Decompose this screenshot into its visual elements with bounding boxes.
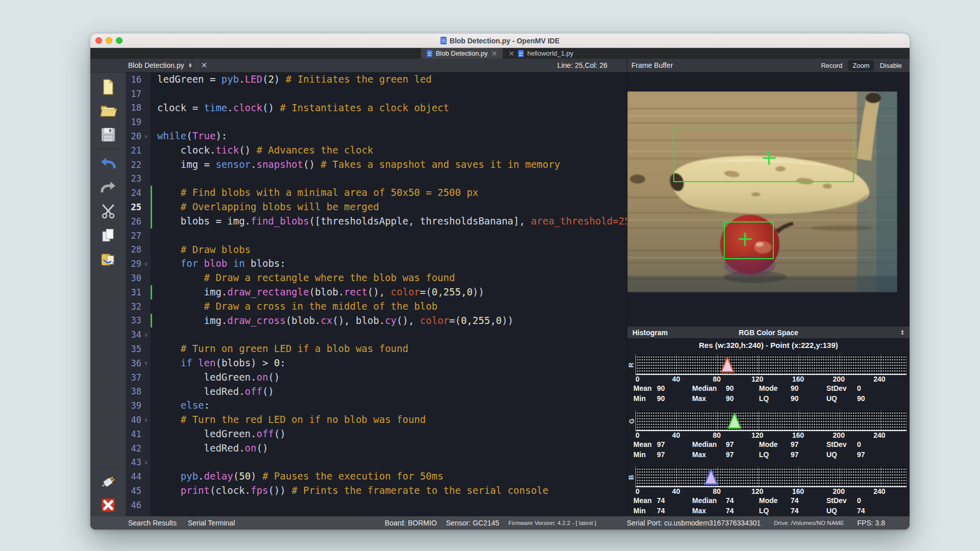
code-line-46: 46 [126,498,627,512]
channel-label-G: G [627,411,635,431]
title-bar: Blob Detection.py - OpenMV IDE [90,34,910,48]
chevron-up-down-icon: ▲▼ [188,63,192,68]
red-x-icon [100,496,117,514]
stats-row-2-G: Min97Max97LQ97UQ97 [627,449,910,460]
code-text[interactable]: img = sensor.snapshot() # Takes a snapsh… [152,158,560,172]
fold-arrow-icon[interactable]: ∨ [141,417,151,423]
code-line-22: 22 img = sensor.snapshot() # Takes a sna… [126,158,627,172]
cut-button[interactable] [90,199,126,223]
python-file-icon [518,50,524,57]
code-text[interactable]: # Draw blobs [152,243,251,257]
code-text[interactable]: img.draw_rectangle(blob.rect(), color=(0… [152,285,484,299]
code-editor[interactable]: 16ledGreen = pyb.LED(2) # Initiates the … [126,72,627,516]
code-text[interactable]: # Turn on green LED if a blob was found [152,342,408,356]
redo-button[interactable] [90,175,126,199]
code-text[interactable]: else: [152,398,210,413]
fold-arrow-icon[interactable]: ∨ [141,332,151,338]
cursor-position-indicator: Line: 25,Col: 26 [557,61,607,69]
tab-close-icon[interactable]: ✕ [492,50,498,57]
code-text[interactable]: ledRed.on() [152,441,268,456]
code-text[interactable]: # Find blobs with a minimal area of 50x5… [152,186,478,200]
doc-selector-label: Blob Detection.py [128,61,184,69]
code-text[interactable]: pyb.delay(50) # Pauses the execution for… [152,469,444,484]
code-text[interactable]: print(clock.fps()) # Prints the framerat… [152,484,548,498]
open-file-button[interactable] [90,98,126,122]
redo-arrow-icon [99,179,117,195]
serial-port-indicator: Serial Port: cu.usbmodem3167376334301 [627,519,761,527]
code-text[interactable]: ledRed.off() [152,385,274,399]
line-number: 32 [126,302,141,312]
line-number: 16 [126,74,141,85]
peak-marker-R [720,356,734,375]
line-number: 42 [126,443,141,454]
frame-buffer-header: Frame Buffer Record Zoom Disable [627,59,910,72]
code-text[interactable]: ledGreen.on() [152,370,280,385]
tab-blob-detection-py[interactable]: Blob Detection.py✕ [421,48,503,59]
code-line-34: 34∨ [126,328,627,342]
main-area: 16ledGreen = pyb.LED(2) # Initiates the … [90,72,910,516]
copy-button[interactable] [90,223,126,247]
code-text[interactable]: while(True): [152,129,227,143]
close-window-button[interactable] [95,37,102,44]
minimize-window-button[interactable] [106,37,112,44]
code-text[interactable]: img.draw_cross(blob.cx(), blob.cy(), col… [152,314,513,328]
camera-image[interactable] [627,91,897,292]
line-number: 33 [126,315,141,325]
line-marker [151,87,152,101]
record-button[interactable]: Record [817,60,846,71]
tab-close-icon[interactable]: ✕ [508,50,514,57]
axis-ticks-G: 04080120160200240 [635,431,906,439]
code-text[interactable]: # Turn the red LED on if no blob was fou… [152,413,426,427]
frame-buffer-viewport[interactable] [627,72,910,327]
fold-arrow-icon[interactable]: ∨ [141,261,151,267]
tab-helloworld-1-py[interactable]: ✕helloworld_1.py [503,48,579,59]
fold-arrow-icon[interactable]: ∨ [141,360,151,366]
code-text[interactable]: blobs = img.find_blobs([thresholdsApple,… [152,214,627,229]
open-document-selector[interactable]: Blob Detection.py ▲▼ ✕ [128,59,207,72]
code-line-45: 45 print(clock.fps()) # Prints the frame… [126,484,627,498]
tab-label: Blob Detection.py [436,49,488,57]
undo-button[interactable] [90,151,126,175]
stop-button[interactable] [90,494,126,516]
disable-button[interactable]: Disable [876,60,906,71]
channel-label-R: R [627,355,635,375]
peak-marker-B [704,468,718,487]
copy-pages-icon [100,227,117,244]
code-text[interactable]: for blob in blobs: [152,257,286,271]
line-number: 41 [126,429,141,439]
open-folder-icon [99,102,117,119]
connect-button[interactable] [90,470,126,494]
zoom-button[interactable]: Zoom [848,60,873,71]
paste-button[interactable] [90,247,126,271]
code-text[interactable]: # Draw a rectangle where the blob was fo… [152,271,455,285]
code-text[interactable]: clock = time.clock() # Instantiates a cl… [152,101,449,115]
search-results-button[interactable]: Search Results [128,519,177,527]
fold-arrow-icon[interactable]: ∨ [141,133,151,140]
fold-arrow-icon[interactable]: ∨ [141,459,151,466]
code-text[interactable]: if len(blobs) > 0: [152,356,286,370]
serial-terminal-button[interactable]: Serial Terminal [188,519,235,527]
line-marker [151,498,152,512]
code-text[interactable]: ledGreen.off() [152,427,286,441]
code-text[interactable]: ledGreen = pyb.LED(2) # Initiates the gr… [152,72,432,87]
tab-label: helloworld_1.py [527,49,573,57]
line-number: 37 [126,372,141,383]
code-text[interactable]: clock.tick() # Advances the clock [152,143,373,158]
code-line-33: 33 img.draw_cross(blob.cx(), blob.cy(), … [126,314,627,328]
code-text[interactable]: # Overlapping blobs will be merged [152,200,379,214]
line-marker [151,229,152,243]
code-line-20: 20∨while(True): [126,129,627,143]
close-document-icon[interactable]: ✕ [197,61,208,70]
color-space-selector[interactable]: RGB Color Space [627,329,910,337]
color-space-chevron-icon[interactable]: ▲▼ [900,330,904,335]
openmv-ide-window: Blob Detection.py - OpenMV IDE Blob Dete… [90,34,910,530]
status-bar: Search ResultsSerial Terminal Board: BOR… [90,516,910,530]
save-file-button[interactable] [90,122,126,146]
code-line-25: 25 # Overlapping blobs will be merged [126,200,627,214]
code-line-17: 17 [126,87,627,101]
channel-plot-B [635,467,906,487]
zoom-window-button[interactable] [116,37,122,44]
histogram-channels: R04080120160200240Mean90Median90Mode90St… [627,352,910,521]
new-file-button[interactable] [90,74,126,98]
code-text[interactable]: # Draw a cross in the middle of the blob [152,299,437,314]
